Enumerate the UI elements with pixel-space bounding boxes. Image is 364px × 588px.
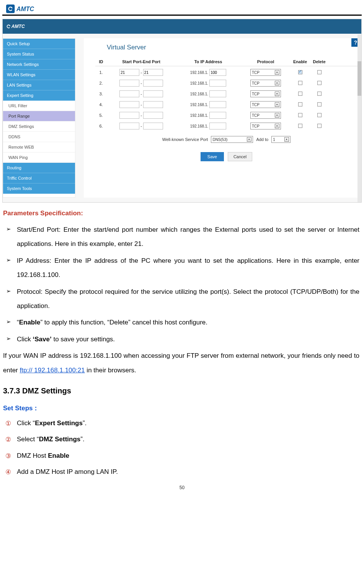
ip-suffix-input[interactable] xyxy=(209,123,226,129)
ip-prefix: 192.168.1. xyxy=(190,70,208,75)
row-id: 5. xyxy=(95,113,107,118)
start-port-input[interactable] xyxy=(119,112,139,119)
protocol-select[interactable]: TCP▾ xyxy=(250,123,281,129)
wellknown-service-select[interactable]: DNS(53) ▾ xyxy=(211,136,253,143)
scrollbar[interactable] xyxy=(357,34,361,202)
spec-bullet: “Enable” to apply this function, “Delete… xyxy=(4,315,359,329)
start-port-input[interactable] xyxy=(119,90,139,97)
delete-checkbox[interactable] xyxy=(317,102,322,106)
protocol-select[interactable]: TCP▾ xyxy=(250,69,281,76)
enable-checkbox[interactable] xyxy=(298,124,302,128)
protocol-select[interactable]: TCP▾ xyxy=(250,80,281,87)
ip-suffix-input[interactable] xyxy=(209,80,226,87)
svg-rect-0 xyxy=(6,5,15,13)
delete-checkbox[interactable] xyxy=(317,81,322,85)
start-port-input[interactable] xyxy=(119,80,139,87)
amtc-logo-icon: AMTC xyxy=(6,4,60,14)
sidebar-item[interactable]: LAN Settings xyxy=(3,80,75,90)
sidebar-item[interactable]: System Status xyxy=(3,49,75,59)
chevron-down-icon: ▾ xyxy=(247,137,251,142)
protocol-select[interactable]: TCP▾ xyxy=(250,101,281,108)
virtual-server-table: ID Start Port-End Port To IP Address Pro… xyxy=(95,57,357,161)
chevron-down-icon: ▾ xyxy=(284,137,289,142)
start-port-input[interactable] xyxy=(119,123,139,129)
spec-bullet: Start/End Port: Enter the start/end port… xyxy=(4,223,359,251)
row-id: 2. xyxy=(95,81,107,85)
end-port-input[interactable] xyxy=(143,123,163,129)
end-port-input[interactable] xyxy=(143,101,163,108)
sidebar-item[interactable]: Network Settings xyxy=(3,59,75,70)
amtc-logo-icon: AMTC xyxy=(6,22,55,31)
sidebar-subitem[interactable]: Remote WEB xyxy=(3,142,75,152)
step-number-icon: ④ xyxy=(5,466,11,478)
set-steps-heading: Set Steps： xyxy=(3,404,362,413)
chevron-down-icon: ▾ xyxy=(275,81,279,85)
spec-bullet: Protocol: Specify the protocol required … xyxy=(4,285,359,313)
row-id: 4. xyxy=(95,102,107,107)
router-screenshot: AMTC Quick SetupSystem StatusNetwork Set… xyxy=(2,19,362,203)
ip-prefix: 192.168.1. xyxy=(190,92,208,96)
sidebar-item[interactable]: Routing xyxy=(3,163,75,173)
ip-suffix-input[interactable] xyxy=(209,69,226,76)
sidebar-item[interactable]: Quick Setup xyxy=(3,39,75,49)
save-button[interactable]: Save xyxy=(201,152,224,161)
end-port-input[interactable] xyxy=(143,69,163,76)
sidebar-subitem[interactable]: DMZ Settings xyxy=(3,121,75,132)
ip-suffix-input[interactable] xyxy=(209,112,226,119)
table-row: 2.-192.168.1.TCP▾ xyxy=(95,78,357,88)
chevron-down-icon: ▾ xyxy=(275,102,279,107)
protocol-select[interactable]: TCP▾ xyxy=(250,90,281,97)
doc-header-logo: AMTC xyxy=(2,2,362,16)
router-top-bar: AMTC xyxy=(3,19,361,34)
cancel-button[interactable]: Cancel xyxy=(228,152,252,161)
enable-checkbox[interactable] xyxy=(298,81,302,85)
table-row: 5.-192.168.1.TCP▾ xyxy=(95,110,357,121)
delete-checkbox[interactable] xyxy=(317,70,322,74)
table-row: 1.-192.168.1.TCP▾ xyxy=(95,67,357,78)
sidebar-subitem[interactable]: Port Range xyxy=(3,111,75,121)
sidebar-item[interactable]: Expert Setting xyxy=(3,90,75,101)
enable-checkbox[interactable] xyxy=(298,113,302,117)
section-heading-dmz: 3.7.3 DMZ Settings xyxy=(3,387,362,395)
ftp-url-link[interactable]: ftp:// 192.168.1.100:21 xyxy=(20,367,85,374)
table-row: 4.-192.168.1.TCP▾ xyxy=(95,99,357,110)
sidebar-subitem[interactable]: URL Filter xyxy=(3,101,75,111)
ip-prefix: 192.168.1. xyxy=(190,124,208,128)
sidebar-subitem[interactable]: DDNS xyxy=(3,132,75,142)
sidebar-item[interactable]: System Tools xyxy=(3,183,75,194)
start-port-input[interactable] xyxy=(119,101,139,108)
router-main-panel: ? Virtual Server ID Start Port-End Port … xyxy=(84,38,360,198)
ip-suffix-input[interactable] xyxy=(209,101,226,108)
delete-checkbox[interactable] xyxy=(317,113,322,117)
step-number-icon: ② xyxy=(5,434,11,446)
wellknown-label: Well-known Service Port xyxy=(162,137,208,142)
step-number-icon: ① xyxy=(5,418,11,430)
enable-checkbox[interactable] xyxy=(298,70,302,74)
end-port-input[interactable] xyxy=(143,80,163,87)
col-enable: Enable xyxy=(291,59,310,64)
start-port-input[interactable] xyxy=(119,69,139,76)
delete-checkbox[interactable] xyxy=(317,124,322,128)
enable-checkbox[interactable] xyxy=(298,102,302,106)
chevron-down-icon: ▾ xyxy=(275,70,279,75)
sidebar-item[interactable]: WLAN Settings xyxy=(3,70,75,80)
parameters-spec-heading: Parameters Specification: xyxy=(3,210,362,217)
enable-checkbox[interactable] xyxy=(298,92,302,96)
step-item: ④Add a DMZ Host IP among LAN IP. xyxy=(4,466,359,478)
col-ip: To IP Address xyxy=(176,59,241,64)
page-number: 50 xyxy=(2,485,362,490)
scrollbar-thumb[interactable] xyxy=(357,61,361,96)
row-id: 1. xyxy=(95,70,107,75)
table-row: 6.-192.168.1.TCP▾ xyxy=(95,121,357,131)
ip-suffix-input[interactable] xyxy=(209,90,226,97)
addto-id-select[interactable]: 1 ▾ xyxy=(271,136,291,143)
protocol-select[interactable]: TCP▾ xyxy=(250,112,281,119)
row-id: 3. xyxy=(95,92,107,96)
end-port-input[interactable] xyxy=(143,112,163,119)
sidebar-item[interactable]: Triffic Control xyxy=(3,173,75,183)
ip-prefix: 192.168.1. xyxy=(190,103,208,107)
delete-checkbox[interactable] xyxy=(317,92,322,96)
end-port-input[interactable] xyxy=(143,90,163,97)
step-item: ③DMZ Host Enable xyxy=(4,450,359,462)
sidebar-subitem[interactable]: WAN Ping xyxy=(3,152,75,163)
